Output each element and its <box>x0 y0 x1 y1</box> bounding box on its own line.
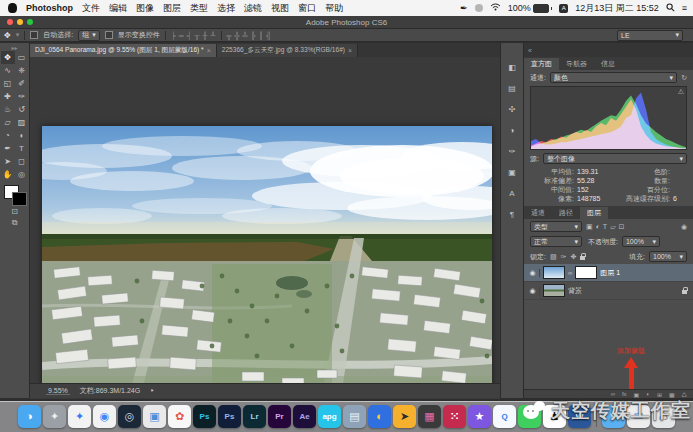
eraser-tool[interactable]: ▱ <box>1 116 15 129</box>
lasso-tool[interactable]: ∿ <box>1 64 15 77</box>
history-brush-tool[interactable]: ↺ <box>15 103 29 116</box>
color-panel-icon[interactable]: ◧ <box>505 61 519 73</box>
auto-select-dropdown[interactable]: 组▾ <box>78 30 100 41</box>
crop-tool[interactable]: ◱ <box>1 77 15 90</box>
opacity-field[interactable]: 100%▾ <box>622 236 660 247</box>
source-dropdown[interactable]: 整个图像▾ <box>543 153 687 164</box>
tab-通道[interactable]: 通道 <box>524 207 552 219</box>
distribute-bottom-icon[interactable]: ╩ <box>242 32 247 39</box>
lock-transparent-icon[interactable]: ▨ <box>550 253 557 261</box>
hand-tool[interactable]: ✋ <box>1 168 15 181</box>
new-group-icon[interactable]: ⊞ <box>657 391 662 398</box>
refresh-histogram-icon[interactable]: ↻ <box>681 74 687 82</box>
swatches-panel-icon[interactable]: ▤ <box>505 82 519 94</box>
status-flyout-arrow[interactable]: ‣ <box>150 387 154 395</box>
type-tool[interactable]: T <box>15 142 29 155</box>
move-tool[interactable]: ✥ <box>1 51 15 64</box>
layer-row-背景[interactable]: ◉背景 <box>524 282 693 300</box>
cached-data-warning-icon[interactable]: ⚠ <box>678 88 684 96</box>
dock-finder[interactable]: ◑ <box>18 405 41 428</box>
distribute-middle-icon[interactable]: ╬ <box>234 32 239 39</box>
dock-star-app[interactable]: ★ <box>468 405 491 428</box>
distribute-center-icon[interactable]: ║ <box>258 32 263 39</box>
blend-mode-dropdown[interactable]: 正常▾ <box>530 236 582 247</box>
filter-shape-icon[interactable]: ▱ <box>610 223 615 231</box>
align-left-icon[interactable]: ╞ <box>171 32 176 39</box>
healing-brush-tool[interactable]: ✚ <box>1 90 15 103</box>
distribute-left-icon[interactable]: ╠ <box>250 32 255 39</box>
dock-photoshop-2[interactable]: Ps <box>218 405 241 428</box>
layer-filter-toggle[interactable]: ◉ <box>681 223 687 231</box>
dock-chrome[interactable]: ◉ <box>93 405 116 428</box>
delete-layer-icon[interactable]: ♺ <box>682 391 687 398</box>
tab-路径[interactable]: 路径 <box>552 207 580 219</box>
menu-item-编辑[interactable]: 编辑 <box>109 2 127 15</box>
channel-dropdown[interactable]: 颜色▾ <box>550 72 677 83</box>
app-menu[interactable]: Photoshop <box>26 3 73 13</box>
brush-tool[interactable]: ✑ <box>15 90 29 103</box>
gradient-tool[interactable]: ▨ <box>15 116 29 129</box>
menu-item-视图[interactable]: 视图 <box>271 2 289 15</box>
auto-select-checkbox[interactable] <box>30 31 38 39</box>
dock-huaban[interactable]: ⁙ <box>443 405 466 428</box>
dock-lightroom[interactable]: Lr <box>243 405 266 428</box>
link-layers-icon[interactable]: ∞ <box>611 391 615 397</box>
battery-indicator[interactable]: 100% <box>508 3 553 13</box>
layer-mask-thumbnail[interactable] <box>575 266 597 279</box>
zoom-tool[interactable]: ◎ <box>15 168 29 181</box>
tab-直方图[interactable]: 直方图 <box>524 58 559 70</box>
filter-pixel-icon[interactable]: ▣ <box>586 223 593 231</box>
menu-item-帮助[interactable]: 帮助 <box>325 2 343 15</box>
eyedropper-tool[interactable]: ✐ <box>15 77 29 90</box>
dock-steam[interactable]: ◎ <box>118 405 141 428</box>
document-tab-2[interactable]: 225366_多云天空.jpg @ 8.33%(RGB/16#)× <box>217 44 358 57</box>
add-mask-icon[interactable]: ▣ <box>634 391 640 398</box>
ink-icon[interactable]: ✒ <box>460 3 468 13</box>
layer-style-icon[interactable]: fx <box>622 391 627 397</box>
tab-导航器[interactable]: 导航器 <box>559 58 594 70</box>
screen-mode-icon[interactable]: ⧉ <box>0 217 29 229</box>
dock-apg-app[interactable]: apg <box>318 405 341 428</box>
layer-visibility-icon[interactable]: ◉ <box>526 269 540 277</box>
dock-premiere[interactable]: Pr <box>268 405 291 428</box>
align-middle-icon[interactable]: ╫ <box>203 32 208 39</box>
dock-blue-sphere-app[interactable]: ◐ <box>368 405 391 428</box>
close-tab-icon[interactable]: × <box>348 47 352 54</box>
mask-link-icon[interactable]: ∞ <box>568 270 572 276</box>
clone-stamp-tool[interactable]: ♨ <box>1 103 15 116</box>
path-select-tool[interactable]: ➤ <box>1 155 15 168</box>
dock-after-effects[interactable]: Ae <box>293 405 316 428</box>
layer-filter-dropdown[interactable]: 类型▾ <box>530 221 582 232</box>
lock-position-icon[interactable]: ✥ <box>570 253 576 261</box>
menu-item-文件[interactable]: 文件 <box>82 2 100 15</box>
styles-panel-icon[interactable]: ✣ <box>505 103 519 115</box>
menu-item-类型[interactable]: 类型 <box>190 2 208 15</box>
input-method-icon[interactable]: A <box>559 4 568 13</box>
pen-tool[interactable]: ✒ <box>1 142 15 155</box>
window-title-bar[interactable]: Adobe Photoshop CS6 <box>0 16 693 29</box>
tools-panel-grip[interactable]: ▸▸ <box>0 43 29 51</box>
spotlight-icon[interactable] <box>666 3 675 14</box>
fill-field[interactable]: 100%▾ <box>649 251 687 262</box>
menu-item-窗口[interactable]: 窗口 <box>298 2 316 15</box>
notification-center-icon[interactable]: ≡ <box>682 3 687 13</box>
align-center-h-icon[interactable]: ═ <box>179 32 184 39</box>
panorama-document-image[interactable] <box>42 126 492 391</box>
distribute-top-icon[interactable]: ╦ <box>227 32 232 39</box>
dock-launchpad[interactable]: ✦ <box>43 405 66 428</box>
character-panel-icon[interactable]: A <box>505 187 519 199</box>
background-color[interactable] <box>12 192 27 206</box>
filter-smart-object-icon[interactable]: ⊡ <box>619 223 625 231</box>
show-transform-checkbox[interactable] <box>105 31 113 39</box>
blur-tool[interactable]: ◔ <box>1 129 15 142</box>
filter-type-icon[interactable]: T <box>603 223 607 231</box>
new-adjustment-icon[interactable]: ◐ <box>646 391 650 397</box>
dock-final-cut[interactable]: ▦ <box>418 405 441 428</box>
marquee-tool[interactable]: ▭ <box>15 51 29 64</box>
wifi-icon[interactable] <box>490 3 501 13</box>
bluetooth-icon[interactable] <box>475 4 483 12</box>
paragraph-panel-icon[interactable]: ¶ <box>505 208 519 220</box>
tab-图层[interactable]: 图层 <box>580 207 608 219</box>
tab-信息[interactable]: 信息 <box>594 58 622 70</box>
dock-safari[interactable]: ✦ <box>68 405 91 428</box>
